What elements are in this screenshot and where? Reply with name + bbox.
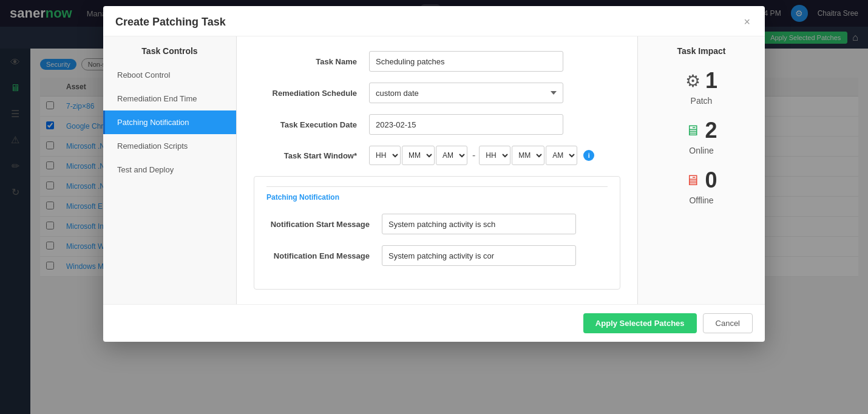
online-monitor-icon: 🖥 <box>685 122 700 139</box>
notification-start-label: Notification Start Message <box>266 220 382 229</box>
task-start-window-label: Task Start Window* <box>254 151 369 160</box>
task-sidebar-item-reboot-control[interactable]: Reboot Control <box>103 63 236 87</box>
offline-monitor-icon: 🖥 <box>685 172 700 189</box>
task-sidebar-item-remediation-scripts[interactable]: Remediation Scripts <box>103 134 236 158</box>
apply-selected-patches-button[interactable]: Apply Selected Patches <box>583 313 697 333</box>
modal-overlay: Create Patching Task × Task Controls Reb… <box>0 0 868 414</box>
remediation-schedule-row: Remediation Schedule custom date <box>254 83 620 103</box>
patch-count-row: ⚙ 1 <box>685 68 717 93</box>
offline-count-row: 🖥 0 <box>685 168 717 193</box>
remediation-schedule-label: Remediation Schedule <box>254 89 369 98</box>
online-label: Online <box>689 146 713 155</box>
task-name-input[interactable] <box>369 51 563 72</box>
start-min-select[interactable]: MM <box>402 146 435 165</box>
modal-body: Task Controls Reboot ControlRemediation … <box>103 36 765 304</box>
end-hour-select[interactable]: HH <box>479 146 510 165</box>
start-hour-select[interactable]: HH <box>369 146 401 165</box>
task-sidebar-item-remediation-end-time[interactable]: Remediation End Time <box>103 87 236 110</box>
patching-notification-label: Patching Notification <box>266 186 608 209</box>
close-button[interactable]: × <box>741 16 753 29</box>
notification-end-row: Notification End Message <box>266 245 608 266</box>
task-start-window-row: Task Start Window* HH MM AM - HH MM AM i <box>254 146 620 165</box>
task-form: Task Name Remediation Schedule custom da… <box>237 36 637 304</box>
create-patching-task-modal: Create Patching Task × Task Controls Reb… <box>103 6 765 342</box>
end-ampm-select[interactable]: AM <box>546 146 577 165</box>
task-controls-title: Task Controls <box>103 46 236 63</box>
task-controls-sidebar: Task Controls Reboot ControlRemediation … <box>103 36 237 304</box>
modal-footer: Apply Selected Patches Cancel <box>103 304 765 342</box>
task-execution-date-input[interactable] <box>369 114 563 135</box>
time-selectors: HH MM AM - HH MM AM i <box>369 146 594 165</box>
modal-title: Create Patching Task <box>115 16 226 29</box>
info-icon[interactable]: i <box>583 150 594 161</box>
task-name-label: Task Name <box>254 57 369 66</box>
task-name-row: Task Name <box>254 51 620 72</box>
online-count: 2 <box>705 118 717 143</box>
offline-impact: 🖥 0 Offline <box>648 168 755 205</box>
notification-start-row: Notification Start Message <box>266 214 608 234</box>
remediation-schedule-select[interactable]: custom date <box>369 83 563 103</box>
patch-impact: ⚙ 1 Patch <box>648 68 755 106</box>
patch-count: 1 <box>705 68 717 93</box>
offline-label: Offline <box>689 195 713 205</box>
patching-notification-section: Patching Notification Notification Start… <box>254 176 620 290</box>
patch-label: Patch <box>691 96 713 106</box>
task-impact-title: Task Impact <box>648 46 755 56</box>
notification-start-input[interactable] <box>382 214 576 234</box>
online-impact: 🖥 2 Online <box>648 118 755 155</box>
online-count-row: 🖥 2 <box>685 118 717 143</box>
cancel-button[interactable]: Cancel <box>703 313 753 333</box>
task-execution-date-row: Task Execution Date <box>254 114 620 135</box>
patch-gear-icon: ⚙ <box>685 71 700 91</box>
task-sidebar-item-patching-notification[interactable]: Patching Notification <box>103 110 236 134</box>
task-impact-panel: Task Impact ⚙ 1 Patch 🖥 2 Online <box>637 36 765 304</box>
task-execution-date-label: Task Execution Date <box>254 120 369 129</box>
notification-end-label: Notification End Message <box>266 251 382 260</box>
notification-end-input[interactable] <box>382 245 576 266</box>
start-ampm-select[interactable]: AM <box>436 146 467 165</box>
task-sidebar-item-test-and-deploy[interactable]: Test and Deploy <box>103 158 236 182</box>
end-min-select[interactable]: MM <box>512 146 544 165</box>
modal-header: Create Patching Task × <box>103 6 765 36</box>
offline-count: 0 <box>705 168 717 193</box>
time-dash: - <box>472 150 475 161</box>
